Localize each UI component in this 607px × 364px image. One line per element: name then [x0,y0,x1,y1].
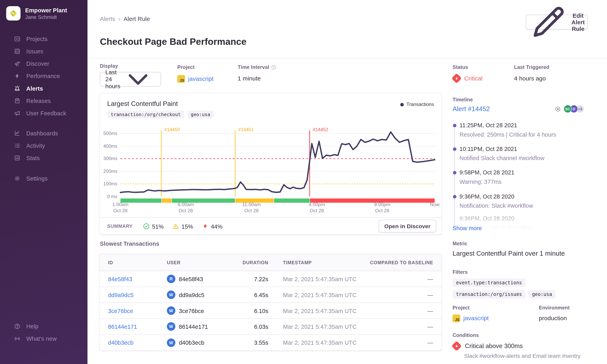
display-range-value: Last 24 hours [105,69,120,90]
open-in-discover-button[interactable]: Open in Discover [378,220,436,232]
sidebar-item-what-s-new[interactable]: What’s new [0,332,87,345]
timeline-dot-icon [453,124,456,127]
alert-number-link[interactable]: Alert #14452 [453,105,490,113]
help-tooltip-icon[interactable] [271,64,276,70]
sidebar-item-discover[interactable]: Discover [0,57,87,70]
y-axis-tick: 100ms [94,181,117,187]
lcp-line-chart [120,130,435,196]
sidebar-nav-footer: HelpWhat’s new [0,320,87,345]
transaction-user: R84e58f43 [167,274,226,283]
breadcrumb-alerts-link[interactable]: Alerts [100,15,115,23]
filter-tag: geo:usa [528,290,556,299]
javascript-project-icon: JS [177,75,185,83]
sidebar-item-stats[interactable]: Stats [0,152,87,164]
projects-icon [14,36,21,42]
transaction-duration: 6.03s [226,323,269,330]
breadcrumb-separator-icon: › [118,16,121,22]
x-axis-tick: 1:00amOct 28 [112,202,129,214]
sidebar-item-alerts[interactable]: Alerts [0,82,87,94]
summary-percentage: 44% [211,223,222,230]
sidebar-item-label: Help [26,323,39,329]
project-link[interactable]: JS javascript [177,75,214,83]
sidebar-item-label: Discover [26,60,49,67]
column-header-compared-to-baseline: COMPARED TO BASELINE [356,260,433,265]
sidebar-item-label: Issues [26,48,43,54]
display-range-dropdown[interactable]: Last 24 hours [100,72,161,87]
user-name: dd9a9dc5 [179,291,204,298]
timeline-entry-description: Notified Slack channel #workflow [459,154,587,162]
javascript-project-icon: JS [453,314,460,322]
incident-marker-label[interactable]: #14451 [238,127,254,132]
compared-to-baseline: — [356,323,433,330]
time-interval-label: Time Interval [238,64,277,70]
sidebar-item-user-feedback[interactable]: User Feedback [0,107,87,119]
summary-flame: 44% [202,223,223,230]
incident-marker-label[interactable]: #14452 [313,127,328,132]
timeline-entry-time: 9:58PM, Oct 28 2021 [459,169,587,176]
x-axis-tick: 6:00amOct 28 [178,202,194,214]
avatar: W [167,290,175,299]
timeline-label: Timeline [453,97,473,103]
edit-alert-rule-button[interactable]: Edit Alert Rule [526,15,588,29]
transaction-id-link[interactable]: d40b3ecb [108,339,167,346]
transaction-id-link[interactable]: 84e58f43 [108,276,167,282]
transaction-id-link[interactable]: 86144e171 [108,323,167,330]
sidebar-item-settings[interactable]: Settings [0,172,87,184]
project-link-label: javascript [188,76,214,82]
avatar: R [167,274,175,283]
column-header-id: ID [108,260,167,265]
chart-legend[interactable]: Transactions [400,102,434,107]
critical-status-icon [451,73,462,83]
timeline-entry-time: 11:25PM, Oct 28 2021 [459,121,587,129]
compared-to-baseline: — [356,291,433,298]
column-header-user: USER [167,260,226,265]
transaction-id-link[interactable]: 3ce76bce [108,307,167,314]
sidebar-item-label: User Feedback [26,110,66,116]
sidebar: Empower Plant Jane Schmidt ProjectsIssue… [0,0,87,364]
column-header-duration: DURATION [226,260,269,265]
display-label: Display [100,63,118,69]
timeline-dot-icon [453,171,456,174]
legend-label: Transactions [406,102,434,107]
alerts-icon [14,85,21,91]
show-more-link[interactable]: Show more [453,225,482,231]
stats-icon [14,155,21,161]
x-axis-tick: 9:00pmOct 28 [374,202,390,214]
sidebar-item-performance[interactable]: Performance [0,70,87,82]
sidebar-item-releases[interactable]: Releases [0,94,87,107]
transaction-timestamp: Mar 2, 2021 5:47:35am UTC [268,323,356,330]
transaction-duration: 6.10s [226,307,269,314]
sidebar-item-label: Alerts [26,85,43,91]
metric-value: Largest Contentful Paint over 1 minute [453,250,592,258]
sidebar-item-projects[interactable]: Projects [0,32,87,45]
project-detail-link[interactable]: JS javascript [453,314,489,322]
transaction-id-link[interactable]: dd9a9dc5 [108,291,167,298]
avatar: W [167,338,175,347]
user-name: 84e58f43 [179,276,203,282]
compared-to-baseline: — [356,339,433,346]
sidebar-item-dashboards[interactable]: Dashboards [0,127,87,139]
sidebar-item-issues[interactable]: Issues [0,45,87,57]
table-header-row: IDUSERDURATIONTIMESTAMPCOMPARED TO BASEL… [99,254,442,271]
transaction-timestamp: Mar 2, 2021 5:47:35am UTC [268,291,356,298]
incident-marker-label[interactable]: #14450 [164,127,180,132]
org-switcher[interactable]: Empower Plant Jane Schmidt [6,6,67,21]
sidebar-item-help[interactable]: Help [0,320,87,332]
condition-description: Slack #workflow-alerts and Email team #s… [464,353,580,359]
chart-filter-tags: transaction:/org/checkoutgeo:usa [107,111,214,118]
series-transactions [120,132,435,193]
conditions-label: Conditions [453,332,479,338]
status-segment-good [274,198,310,203]
sidebar-nav-settings: Settings [0,172,87,184]
user-name: 86144e171 [179,323,208,330]
settings-icon [14,175,21,182]
timeline-rule [454,128,455,229]
discover-icon [14,60,21,67]
sidebar-item-label: Activity [26,142,45,149]
last-triggered-value: 4 hours ago [514,75,546,82]
timeline-entry-description: Resolved: 250ms | Critical for 4 hours [459,131,587,139]
transaction-duration: 3.55s [226,339,269,346]
summary-label: SUMMARY [107,224,133,229]
sidebar-item-activity[interactable]: Activity [0,139,87,152]
column-header-timestamp: TIMESTAMP [268,260,356,265]
